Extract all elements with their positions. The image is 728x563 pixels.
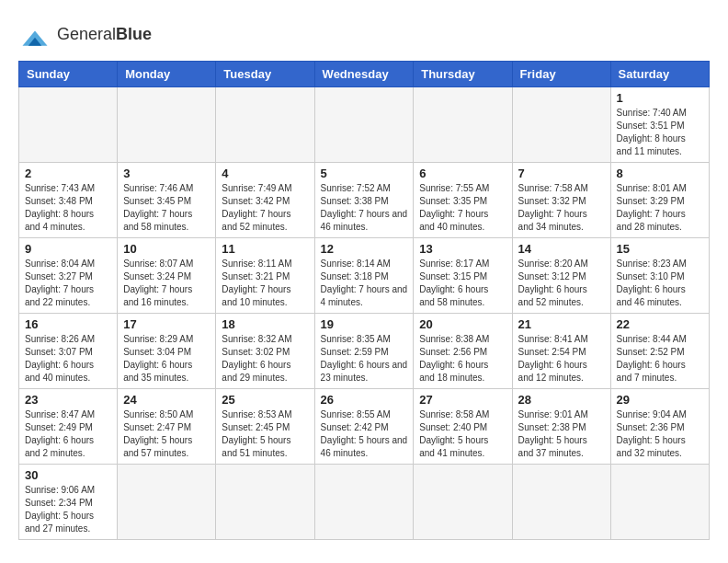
calendar-cell: 2Sunrise: 7:43 AM Sunset: 3:48 PM Daylig… — [19, 163, 118, 238]
day-number: 3 — [123, 167, 210, 180]
day-number: 22 — [617, 317, 703, 331]
day-info: Sunrise: 9:06 AM Sunset: 2:34 PM Dayligh… — [25, 484, 111, 535]
calendar-cell: 22Sunrise: 8:44 AM Sunset: 2:52 PM Dayli… — [610, 314, 709, 389]
logo-icon — [18, 18, 51, 52]
calendar-cell: 18Sunrise: 8:32 AM Sunset: 3:02 PM Dayli… — [216, 314, 314, 389]
calendar-cell: 29Sunrise: 9:04 AM Sunset: 2:36 PM Dayli… — [610, 389, 709, 465]
day-info: Sunrise: 8:35 AM Sunset: 2:59 PM Dayligh… — [321, 333, 408, 385]
day-number: 17 — [123, 317, 210, 331]
day-info: Sunrise: 7:58 AM Sunset: 3:32 PM Dayligh… — [518, 182, 605, 234]
calendar-cell — [314, 87, 414, 163]
weekday-header-tuesday: Tuesday — [216, 62, 314, 87]
day-info: Sunrise: 8:38 AM Sunset: 2:56 PM Dayligh… — [419, 333, 506, 385]
calendar-cell — [216, 87, 314, 163]
calendar-cell: 3Sunrise: 7:46 AM Sunset: 3:45 PM Daylig… — [118, 163, 216, 238]
day-number: 7 — [518, 167, 605, 180]
day-number: 10 — [123, 242, 210, 256]
calendar-week-4: 16Sunrise: 8:26 AM Sunset: 3:07 PM Dayli… — [19, 314, 710, 389]
day-number: 20 — [419, 317, 506, 331]
calendar-cell: 6Sunrise: 7:55 AM Sunset: 3:35 PM Daylig… — [414, 163, 512, 238]
calendar-week-6: 30Sunrise: 9:06 AM Sunset: 2:34 PM Dayli… — [19, 465, 710, 540]
day-info: Sunrise: 8:20 AM Sunset: 3:12 PM Dayligh… — [518, 258, 605, 309]
day-info: Sunrise: 8:32 AM Sunset: 3:02 PM Dayligh… — [222, 333, 308, 385]
calendar-week-1: 1Sunrise: 7:40 AM Sunset: 3:51 PM Daylig… — [19, 87, 710, 163]
weekday-header-monday: Monday — [118, 62, 216, 87]
day-info: Sunrise: 8:41 AM Sunset: 2:54 PM Dayligh… — [518, 333, 605, 385]
weekday-header-friday: Friday — [512, 62, 610, 87]
calendar-cell: 4Sunrise: 7:49 AM Sunset: 3:42 PM Daylig… — [216, 163, 314, 238]
calendar-cell — [216, 465, 314, 540]
weekday-header-wednesday: Wednesday — [314, 62, 414, 87]
day-info: Sunrise: 7:43 AM Sunset: 3:48 PM Dayligh… — [25, 182, 111, 234]
calendar-cell — [118, 87, 216, 163]
day-info: Sunrise: 8:47 AM Sunset: 2:49 PM Dayligh… — [25, 408, 111, 460]
day-info: Sunrise: 8:26 AM Sunset: 3:07 PM Dayligh… — [25, 333, 111, 385]
day-info: Sunrise: 8:07 AM Sunset: 3:24 PM Dayligh… — [123, 258, 210, 309]
day-number: 14 — [518, 242, 605, 256]
day-number: 27 — [419, 393, 506, 407]
calendar-cell — [414, 87, 512, 163]
day-info: Sunrise: 8:17 AM Sunset: 3:15 PM Dayligh… — [419, 258, 506, 309]
calendar-cell: 11Sunrise: 8:11 AM Sunset: 3:21 PM Dayli… — [216, 238, 314, 314]
calendar-cell: 14Sunrise: 8:20 AM Sunset: 3:12 PM Dayli… — [512, 238, 610, 314]
day-number: 4 — [222, 167, 308, 180]
calendar-cell: 8Sunrise: 8:01 AM Sunset: 3:29 PM Daylig… — [610, 163, 709, 238]
calendar-week-2: 2Sunrise: 7:43 AM Sunset: 3:48 PM Daylig… — [19, 163, 710, 238]
calendar-cell — [610, 465, 709, 540]
calendar-cell: 7Sunrise: 7:58 AM Sunset: 3:32 PM Daylig… — [512, 163, 610, 238]
day-info: Sunrise: 7:55 AM Sunset: 3:35 PM Dayligh… — [419, 182, 506, 234]
calendar-cell: 23Sunrise: 8:47 AM Sunset: 2:49 PM Dayli… — [19, 389, 118, 465]
day-info: Sunrise: 7:40 AM Sunset: 3:51 PM Dayligh… — [617, 107, 703, 158]
day-info: Sunrise: 8:50 AM Sunset: 2:47 PM Dayligh… — [123, 408, 210, 460]
day-info: Sunrise: 8:58 AM Sunset: 2:40 PM Dayligh… — [419, 408, 506, 460]
day-number: 18 — [222, 317, 308, 331]
calendar-cell: 9Sunrise: 8:04 AM Sunset: 3:27 PM Daylig… — [19, 238, 118, 314]
calendar-cell: 10Sunrise: 8:07 AM Sunset: 3:24 PM Dayli… — [118, 238, 216, 314]
calendar-cell: 12Sunrise: 8:14 AM Sunset: 3:18 PM Dayli… — [314, 238, 414, 314]
calendar-cell — [118, 465, 216, 540]
day-number: 30 — [25, 468, 111, 482]
weekday-header-row: SundayMondayTuesdayWednesdayThursdayFrid… — [19, 62, 710, 87]
calendar-cell: 19Sunrise: 8:35 AM Sunset: 2:59 PM Dayli… — [314, 314, 414, 389]
day-info: Sunrise: 8:53 AM Sunset: 2:45 PM Dayligh… — [222, 408, 308, 460]
day-number: 24 — [123, 393, 210, 407]
day-number: 6 — [419, 167, 506, 180]
calendar-cell: 20Sunrise: 8:38 AM Sunset: 2:56 PM Dayli… — [414, 314, 512, 389]
calendar-cell — [414, 465, 512, 540]
day-info: Sunrise: 8:44 AM Sunset: 2:52 PM Dayligh… — [617, 333, 703, 385]
day-info: Sunrise: 9:04 AM Sunset: 2:36 PM Dayligh… — [617, 408, 703, 460]
calendar-cell: 13Sunrise: 8:17 AM Sunset: 3:15 PM Dayli… — [414, 238, 512, 314]
day-number: 25 — [222, 393, 308, 407]
day-number: 23 — [25, 393, 111, 407]
day-number: 29 — [617, 393, 703, 407]
calendar-cell: 5Sunrise: 7:52 AM Sunset: 3:38 PM Daylig… — [314, 163, 414, 238]
calendar-cell: 26Sunrise: 8:55 AM Sunset: 2:42 PM Dayli… — [314, 389, 414, 465]
day-info: Sunrise: 8:23 AM Sunset: 3:10 PM Dayligh… — [617, 258, 703, 309]
day-number: 21 — [518, 317, 605, 331]
calendar-cell: 24Sunrise: 8:50 AM Sunset: 2:47 PM Dayli… — [118, 389, 216, 465]
day-number: 26 — [321, 393, 408, 407]
calendar-week-5: 23Sunrise: 8:47 AM Sunset: 2:49 PM Dayli… — [19, 389, 710, 465]
calendar-cell: 30Sunrise: 9:06 AM Sunset: 2:34 PM Dayli… — [19, 465, 118, 540]
day-number: 1 — [617, 91, 703, 105]
weekday-header-saturday: Saturday — [610, 62, 709, 87]
calendar-cell: 25Sunrise: 8:53 AM Sunset: 2:45 PM Dayli… — [216, 389, 314, 465]
day-info: Sunrise: 8:01 AM Sunset: 3:29 PM Dayligh… — [617, 182, 703, 234]
day-number: 12 — [321, 242, 408, 256]
day-number: 2 — [25, 167, 111, 180]
day-number: 9 — [25, 242, 111, 256]
day-number: 28 — [518, 393, 605, 407]
day-info: Sunrise: 7:49 AM Sunset: 3:42 PM Dayligh… — [222, 182, 308, 234]
day-number: 8 — [617, 167, 703, 180]
calendar-cell: 17Sunrise: 8:29 AM Sunset: 3:04 PM Dayli… — [118, 314, 216, 389]
calendar-cell — [512, 465, 610, 540]
calendar-cell: 1Sunrise: 7:40 AM Sunset: 3:51 PM Daylig… — [610, 87, 709, 163]
day-info: Sunrise: 7:46 AM Sunset: 3:45 PM Dayligh… — [123, 182, 210, 234]
day-info: Sunrise: 7:52 AM Sunset: 3:38 PM Dayligh… — [321, 182, 408, 234]
weekday-header-thursday: Thursday — [414, 62, 512, 87]
day-info: Sunrise: 8:04 AM Sunset: 3:27 PM Dayligh… — [25, 258, 111, 309]
logo: GeneralBlue — [18, 18, 152, 52]
calendar-cell — [19, 87, 118, 163]
calendar-week-3: 9Sunrise: 8:04 AM Sunset: 3:27 PM Daylig… — [19, 238, 710, 314]
logo-text: GeneralBlue — [57, 26, 152, 44]
